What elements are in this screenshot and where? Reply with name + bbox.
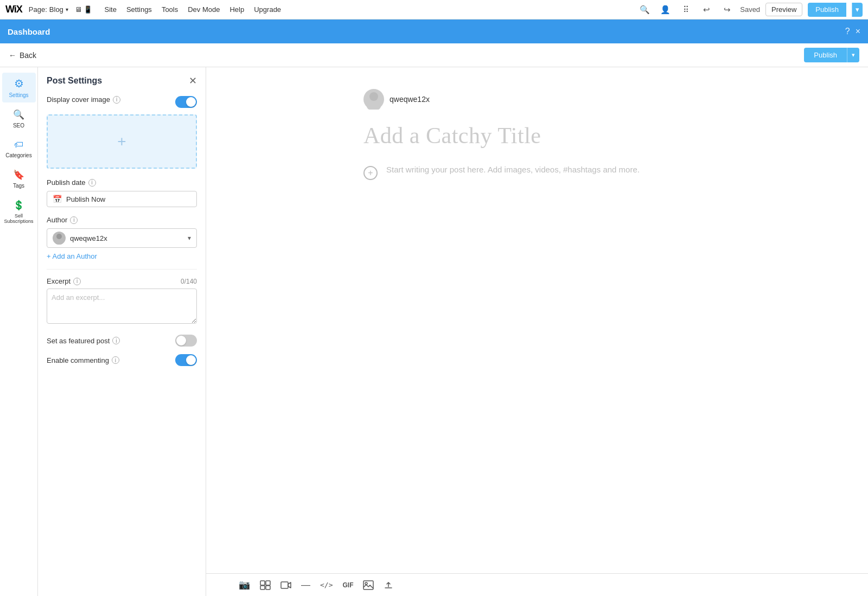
svg-rect-5 <box>266 581 270 585</box>
sub-publish-dropdown[interactable]: ▾ <box>847 48 859 62</box>
wix-logo: WiX <box>5 4 22 15</box>
svg-rect-6 <box>260 586 265 589</box>
author-info-icon[interactable]: i <box>70 216 78 224</box>
help-icon[interactable]: ? <box>845 27 850 36</box>
settings-panel: Post Settings ✕ Display cover image i + … <box>38 67 206 596</box>
sidebar-item-settings[interactable]: ⚙ Settings <box>2 73 36 102</box>
commenting-toggle[interactable] <box>175 354 197 366</box>
toolbar-upload-icon[interactable] <box>384 580 393 590</box>
sidebar-sell-label: Sell Subscriptions <box>4 213 33 224</box>
editor-author-name: qweqwe12x <box>390 95 430 104</box>
toolbar-photo-icon[interactable]: 📷 <box>239 579 250 591</box>
panel-header: Post Settings ✕ <box>47 76 197 86</box>
excerpt-char-count: 0/140 <box>181 278 197 285</box>
editor-author-row: qweqwe12x <box>363 89 711 110</box>
editor-content: qweqwe12x Add a Catchy Title + Start wri… <box>320 67 754 573</box>
toolbar-video-icon[interactable] <box>280 581 291 589</box>
featured-toggle[interactable] <box>175 335 197 347</box>
nav-tools[interactable]: Tools <box>158 3 181 16</box>
page-selector[interactable]: Page: Blog ▾ <box>29 5 68 14</box>
nav-site[interactable]: Site <box>101 3 119 16</box>
toolbar-gif-icon[interactable]: GIF <box>342 581 353 589</box>
page-name: Blog <box>49 5 63 14</box>
toolbar-divider-icon[interactable]: — <box>301 580 310 591</box>
user-icon[interactable]: 👤 <box>658 2 673 17</box>
add-content-button[interactable]: + <box>363 166 378 180</box>
commenting-info-icon[interactable]: i <box>112 356 119 364</box>
toolbar-gallery-icon[interactable] <box>260 580 271 590</box>
publish-button[interactable]: Publish <box>808 3 846 17</box>
top-bar-nav: Site Settings Tools Dev Mode Help Upgrad… <box>101 3 284 16</box>
author-left: qweqwe12x <box>53 232 107 245</box>
svg-rect-7 <box>266 586 270 589</box>
mobile-icon[interactable]: 📱 <box>84 5 92 14</box>
device-icons: 🖥 📱 <box>75 5 93 14</box>
sidebar-settings-label: Settings <box>9 92 28 98</box>
sidebar-item-seo[interactable]: 🔍 SEO <box>2 105 36 133</box>
back-arrow-icon: ← <box>9 51 16 60</box>
image-upload-area[interactable]: + <box>47 114 197 169</box>
featured-info-icon[interactable]: i <box>112 337 120 344</box>
featured-toggle-row: Set as featured post i <box>47 335 197 347</box>
author-label: Author i <box>47 216 197 224</box>
publish-dropdown-button[interactable]: ▾ <box>852 3 863 17</box>
excerpt-header: Excerpt i 0/140 <box>47 277 197 285</box>
undo-icon[interactable]: ↩ <box>699 2 714 17</box>
post-body-placeholder[interactable]: Start writing your post here. Add images… <box>386 165 711 174</box>
saved-text: Saved <box>740 5 760 14</box>
commenting-label: Enable commenting i <box>47 356 119 364</box>
editor-author-avatar <box>363 89 384 110</box>
svg-point-3 <box>367 102 381 110</box>
author-chevron-icon: ▾ <box>188 234 191 242</box>
author-name: qweqwe12x <box>70 234 107 242</box>
nav-upgrade[interactable]: Upgrade <box>251 3 284 16</box>
nav-help[interactable]: Help <box>226 3 247 16</box>
top-bar-right: 🔍 👤 ⠿ ↩ ↪ Saved Preview Publish ▾ <box>637 2 863 17</box>
toolbar-code-icon[interactable]: </> <box>320 581 333 589</box>
add-author-button[interactable]: + Add an Author <box>47 252 197 260</box>
back-label: Back <box>20 51 36 60</box>
excerpt-textarea[interactable] <box>47 289 197 324</box>
sub-publish-button[interactable]: Publish <box>804 48 847 62</box>
redo-icon[interactable]: ↪ <box>719 2 735 17</box>
sidebar-item-categories[interactable]: 🏷 Categories <box>2 135 36 163</box>
post-title-placeholder[interactable]: Add a Catchy Title <box>363 123 711 149</box>
excerpt-label: Excerpt i <box>47 277 81 285</box>
editor-area: qweqwe12x Add a Catchy Title + Start wri… <box>206 67 868 596</box>
toolbar-image2-icon[interactable] <box>363 580 374 590</box>
panel-title: Post Settings <box>47 76 102 86</box>
commenting-toggle-row: Enable commenting i <box>47 354 197 366</box>
preview-button[interactable]: Preview <box>765 3 802 16</box>
back-button[interactable]: ← Back <box>9 51 36 60</box>
cover-image-toggle[interactable] <box>175 96 197 108</box>
panel-close-button[interactable]: ✕ <box>189 76 197 86</box>
sidebar-item-sell[interactable]: 💲 Sell Subscriptions <box>2 195 36 228</box>
cover-image-toggle-row: Display cover image i <box>47 95 197 108</box>
publish-date-info-icon[interactable]: i <box>88 179 96 187</box>
sidebar-item-tags[interactable]: 🔖 Tags <box>2 165 36 193</box>
cover-image-label: Display cover image i <box>47 95 120 104</box>
author-dropdown[interactable]: qweqwe12x ▾ <box>47 228 197 248</box>
publish-buttons: Publish ▾ <box>804 48 859 62</box>
nav-devmode[interactable]: Dev Mode <box>184 3 223 16</box>
desktop-icon[interactable]: 🖥 <box>75 5 82 14</box>
post-body-row: + Start writing your post here. Add imag… <box>363 165 711 180</box>
sidebar-categories-label: Categories <box>5 152 31 158</box>
categories-icon: 🏷 <box>14 139 23 150</box>
cover-image-info-icon[interactable]: i <box>113 96 120 104</box>
publish-date-input[interactable]: 📅 Publish Now <box>47 191 197 207</box>
nav-settings[interactable]: Settings <box>123 3 155 16</box>
author-avatar <box>53 232 66 245</box>
excerpt-info-icon[interactable]: i <box>73 278 81 285</box>
grid-icon[interactable]: ⠿ <box>678 2 693 17</box>
main-layout: ⚙ Settings 🔍 SEO 🏷 Categories 🔖 Tags 💲 S… <box>0 67 868 596</box>
calendar-icon: 📅 <box>53 195 62 203</box>
excerpt-section: Excerpt i 0/140 <box>47 277 197 326</box>
panel-divider <box>47 269 197 270</box>
page-chevron-icon: ▾ <box>66 7 68 12</box>
sidebar-seo-label: SEO <box>13 123 24 129</box>
dashboard-close-icon[interactable]: × <box>856 27 860 36</box>
search-icon[interactable]: 🔍 <box>637 2 652 17</box>
svg-point-0 <box>56 234 62 239</box>
settings-icon: ⚙ <box>14 77 24 90</box>
